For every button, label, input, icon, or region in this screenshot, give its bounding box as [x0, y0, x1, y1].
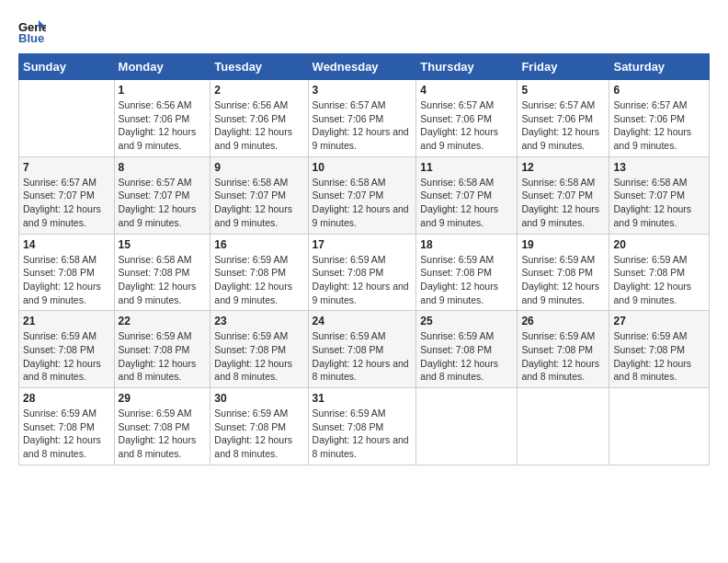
table-row: 21Sunrise: 6:59 AMSunset: 7:08 PMDayligh… — [19, 311, 115, 388]
table-row: 11Sunrise: 6:58 AMSunset: 7:07 PMDayligh… — [416, 156, 518, 234]
table-row: 14Sunrise: 6:58 AMSunset: 7:08 PMDayligh… — [19, 234, 115, 311]
calendar-table: SundayMondayTuesdayWednesdayThursdayFrid… — [18, 53, 710, 465]
table-row: 4Sunrise: 6:57 AMSunset: 7:06 PMDaylight… — [416, 80, 518, 157]
table-row: 7Sunrise: 6:57 AMSunset: 7:07 PMDaylight… — [19, 156, 115, 234]
table-row: 25Sunrise: 6:59 AMSunset: 7:08 PMDayligh… — [416, 311, 518, 388]
page-header: General Blue — [18, 18, 710, 44]
logo: General Blue — [18, 18, 50, 44]
col-header-monday: Monday — [114, 54, 210, 80]
table-row — [416, 388, 518, 465]
col-header-sunday: Sunday — [19, 54, 115, 80]
table-row: 10Sunrise: 6:58 AMSunset: 7:07 PMDayligh… — [308, 156, 416, 234]
table-row: 29Sunrise: 6:59 AMSunset: 7:08 PMDayligh… — [114, 388, 210, 465]
svg-text:Blue: Blue — [18, 31, 44, 44]
table-row: 12Sunrise: 6:58 AMSunset: 7:07 PMDayligh… — [518, 156, 609, 234]
table-row: 23Sunrise: 6:59 AMSunset: 7:08 PMDayligh… — [210, 311, 308, 388]
table-row: 28Sunrise: 6:59 AMSunset: 7:08 PMDayligh… — [19, 388, 115, 465]
table-row: 3Sunrise: 6:57 AMSunset: 7:06 PMDaylight… — [308, 80, 416, 157]
table-row: 20Sunrise: 6:59 AMSunset: 7:08 PMDayligh… — [609, 234, 710, 311]
table-row: 31Sunrise: 6:59 AMSunset: 7:08 PMDayligh… — [308, 388, 416, 465]
table-row: 19Sunrise: 6:59 AMSunset: 7:08 PMDayligh… — [518, 234, 609, 311]
table-row: 18Sunrise: 6:59 AMSunset: 7:08 PMDayligh… — [416, 234, 518, 311]
table-row: 2Sunrise: 6:56 AMSunset: 7:06 PMDaylight… — [210, 80, 308, 157]
logo-icon: General Blue — [18, 18, 46, 44]
table-row: 24Sunrise: 6:59 AMSunset: 7:08 PMDayligh… — [308, 311, 416, 388]
table-row: 8Sunrise: 6:57 AMSunset: 7:07 PMDaylight… — [114, 156, 210, 234]
table-row: 6Sunrise: 6:57 AMSunset: 7:06 PMDaylight… — [609, 80, 710, 157]
col-header-thursday: Thursday — [416, 54, 518, 80]
col-header-tuesday: Tuesday — [210, 54, 308, 80]
table-row: 27Sunrise: 6:59 AMSunset: 7:08 PMDayligh… — [609, 311, 710, 388]
table-row: 5Sunrise: 6:57 AMSunset: 7:06 PMDaylight… — [518, 80, 609, 157]
table-row: 16Sunrise: 6:59 AMSunset: 7:08 PMDayligh… — [210, 234, 308, 311]
table-row: 1Sunrise: 6:56 AMSunset: 7:06 PMDaylight… — [114, 80, 210, 157]
table-row: 15Sunrise: 6:58 AMSunset: 7:08 PMDayligh… — [114, 234, 210, 311]
col-header-wednesday: Wednesday — [308, 54, 416, 80]
col-header-saturday: Saturday — [609, 54, 710, 80]
col-header-friday: Friday — [518, 54, 609, 80]
table-row: 26Sunrise: 6:59 AMSunset: 7:08 PMDayligh… — [518, 311, 609, 388]
table-row: 9Sunrise: 6:58 AMSunset: 7:07 PMDaylight… — [210, 156, 308, 234]
table-row: 13Sunrise: 6:58 AMSunset: 7:07 PMDayligh… — [609, 156, 710, 234]
table-row — [609, 388, 710, 465]
table-row — [518, 388, 609, 465]
table-row: 22Sunrise: 6:59 AMSunset: 7:08 PMDayligh… — [114, 311, 210, 388]
table-row: 30Sunrise: 6:59 AMSunset: 7:08 PMDayligh… — [210, 388, 308, 465]
table-row: 17Sunrise: 6:59 AMSunset: 7:08 PMDayligh… — [308, 234, 416, 311]
table-row — [19, 80, 115, 157]
